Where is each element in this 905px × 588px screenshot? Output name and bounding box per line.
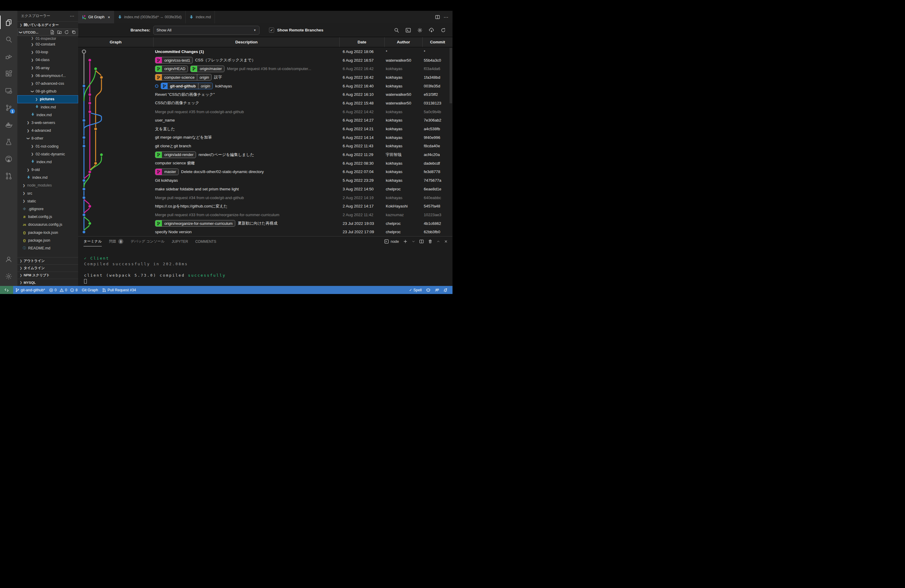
remote-indicator[interactable] [0,286,13,294]
tree-file-index-md[interactable]: index.md [17,174,78,181]
panel-tab--[interactable]: ターミナル [84,237,102,246]
commit-dot[interactable] [82,119,86,122]
branch-tag-computer-science[interactable]: computer-scienceorigin [155,74,211,81]
sidebar-section-タイムライン[interactable]: ❯タイムライン [17,264,78,272]
commit-dot[interactable] [82,145,86,148]
collapse-folders-icon[interactable] [71,30,76,35]
tree-folder-02-static-dynamic[interactable]: ❯02-static-dynamic [17,150,78,158]
commit-dot[interactable] [88,110,92,113]
tree-folder-pictures[interactable]: ❯pictures [17,95,78,103]
copilot-status[interactable] [424,288,433,292]
problems-status[interactable]: 0 0 8 [47,286,79,294]
kill-terminal-icon[interactable] [428,239,432,244]
commit-dot[interactable] [100,153,103,156]
vertical-scrollbar[interactable] [449,48,452,103]
activity-item-test-explorer[interactable] [0,133,17,150]
branch-tag-git-and-github[interactable]: git-and-githuborigin [161,83,213,89]
split-terminal-icon[interactable] [419,239,424,244]
git-graph-status[interactable]: Git Graph [79,286,100,294]
tree-folder-node-modules[interactable]: ❯node_modules [17,181,78,189]
tree-folder-06-anonymous-f-[interactable]: ❯06-anonymous-f... [17,72,78,79]
commit-dot[interactable] [94,127,97,130]
tree-folder-04-class[interactable]: ❯04-class [17,56,78,64]
refresh-icon[interactable] [441,27,446,33]
commit-dot[interactable] [88,205,92,208]
tree-folder-static[interactable]: ❯static [17,197,78,205]
commit-dot[interactable] [82,230,86,234]
tab-index-md-003fe35d-003fe35d-[interactable]: index.md (003fe35d^ ↔ 003fe35d) [114,11,186,23]
commit-dot[interactable] [82,196,86,199]
workspace-section-header[interactable]: ❯ UTCOD... [17,29,78,36]
branch-status[interactable]: git-and-github* [13,286,47,294]
close-tab-icon[interactable]: × [108,15,110,19]
activity-item-docker[interactable] [0,116,17,133]
sidebar-section-NPM スクリプト[interactable]: ❯NPM スクリプト [17,272,78,279]
tree-file--gitignore[interactable]: .gitignore [17,205,78,213]
activity-item-pull-requests[interactable] [0,167,17,184]
branch-tag-origin-css-test1[interactable]: origin/css-test1 [155,57,193,64]
activity-item-settings[interactable] [0,268,17,285]
feedback-status[interactable] [433,288,441,292]
spell-status[interactable]: ✓ Spell [407,288,424,292]
tree-folder-01-inspector[interactable]: ❯01-inspector [17,37,78,40]
column-header-description[interactable]: Description [153,37,340,47]
more-actions-icon[interactable]: ⋯ [70,13,75,19]
sidebar-section-MYSQL[interactable]: ❯MYSQL [17,279,78,286]
fetch-remote-icon[interactable] [429,27,434,33]
new-terminal-icon[interactable] [403,239,408,244]
sidebar-section-アウトライン[interactable]: ❯アウトライン [17,257,78,264]
activity-item-search[interactable] [0,31,17,48]
column-header-author[interactable]: Author [384,37,422,47]
branch-tag-origin-add-render[interactable]: origin/add-render [155,151,196,158]
open-editors-section[interactable]: ❯ 開いているエディター [17,21,78,29]
tree-file-readme-md[interactable]: ⓘREADME.md [17,244,78,252]
activity-item-extensions[interactable] [0,65,17,82]
terminal-icon[interactable] [405,27,411,33]
column-header-graph[interactable]: Graph [78,37,153,47]
maximize-panel-icon[interactable] [437,239,440,244]
tree-folder-8-other[interactable]: ❯8-other [17,134,78,142]
chevron-down-icon[interactable] [412,239,415,244]
activity-item-run-debug[interactable] [0,48,17,65]
branch-tag-master[interactable]: master [155,168,179,175]
branches-dropdown[interactable]: Show All ▼ [153,26,259,35]
notifications-status[interactable] [441,288,449,292]
terminal-output[interactable]: ✓ Client Compiled successfully in 202.08… [78,246,452,284]
activity-item-github[interactable] [0,150,17,167]
tree-file-package-json[interactable]: {}package.json [17,237,78,244]
commit-dot[interactable] [94,67,97,70]
panel-tab--[interactable]: 問題8 [109,237,123,246]
branch-tag-origin-HEAD[interactable]: origin/HEAD [155,65,188,72]
shell-selector[interactable]: node [384,239,399,244]
tree-folder-4-advanced[interactable]: ❯4-advanced [17,127,78,134]
commit-dot[interactable] [82,136,86,139]
tree-file-index-md[interactable]: index.md [17,103,78,111]
settings-gear-icon[interactable] [417,27,422,33]
commit-dot[interactable] [88,93,92,96]
column-header-commit[interactable]: Commit [422,37,452,47]
commit-dot[interactable] [88,222,92,225]
tree-file-index-md[interactable]: index.md [17,158,78,166]
tree-folder-src[interactable]: ❯src [17,189,78,197]
activity-item-explorer[interactable] [0,14,17,31]
tab-git-graph[interactable]: Git Graph× [78,11,114,23]
tree-folder-03-loop[interactable]: ❯03-loop [17,48,78,56]
commit-dot[interactable] [82,84,86,88]
commit-dot[interactable] [82,213,86,216]
commit-dot[interactable] [100,76,103,79]
show-remote-checkbox[interactable]: ✓ [269,27,274,33]
close-panel-icon[interactable] [444,239,448,244]
activity-item-remote-explorer[interactable] [0,82,17,99]
refresh-explorer-icon[interactable] [64,30,69,35]
tree-folder-05-array[interactable]: ❯05-array [17,64,78,72]
panel-tab--[interactable]: デバッグ コンソール [130,237,165,246]
panel-tab-jupyter[interactable]: JUPYTER [172,237,188,246]
commit-dot[interactable] [82,188,86,191]
pull-request-status[interactable]: Pull Request #34 [100,286,138,294]
activity-item-source-control[interactable]: 1 [0,99,17,116]
commit-dot[interactable] [94,162,97,165]
search-icon[interactable] [394,27,399,33]
tree-folder-07-advanced-css[interactable]: ❯07-advanced-css [17,79,78,87]
commit-dot[interactable] [88,102,92,105]
tree-file-babel-config-js[interactable]: Bbabel.config.js [17,213,78,221]
